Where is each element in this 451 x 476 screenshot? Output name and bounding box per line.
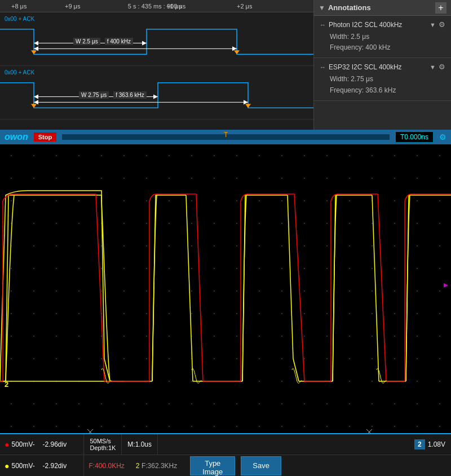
- logic-waveform-area: 5 s : 435 ms : 900 μs +8 μs +9 μs +1 μs …: [0, 0, 313, 130]
- annotation-name-1: Photon I2C SCL 400kHz: [329, 21, 430, 29]
- timebase-value: M:1.0us: [127, 440, 152, 448]
- annotation-item-2-header: ↔ ESP32 I2C SCL 400kHz ▼ ⚙: [320, 63, 445, 71]
- ch2-freq-label: 2 F:362.3KHz: [136, 462, 177, 470]
- channel-row-2: 0x00 + ACK W 2.75 μs f 363.6 kHz: [0, 66, 313, 120]
- svg-marker-6: [31, 50, 37, 54]
- annotation-item-2: ↔ ESP32 I2C SCL 400kHz ▼ ⚙ Width: 2.75 μ…: [314, 58, 451, 100]
- freq-row: F:400.0KHz 2 F:362.3KHz: [84, 455, 190, 476]
- depth-label: Depth:1K: [90, 444, 116, 451]
- svg-line-52: [378, 194, 386, 381]
- svg-marker-61: [444, 283, 448, 288]
- ch1-info: ● 500mV- -2.96div: [0, 434, 84, 455]
- svg-marker-7: [234, 50, 240, 54]
- time-label-1: +8 μs: [11, 3, 26, 10]
- svg-line-33: [372, 195, 379, 381]
- scope-brand: owon: [5, 132, 28, 142]
- ch1-voltage: 500mV-: [11, 440, 42, 448]
- scope-settings-icon[interactable]: ⚙: [439, 133, 446, 142]
- scope-canvas: 2: [0, 144, 451, 433]
- annotation-item-1-header: ↔ Photon I2C SCL 400kHz ▼ ⚙: [320, 20, 445, 29]
- annotation-gear-2[interactable]: ⚙: [439, 63, 445, 71]
- annotation-arrow-1: ↔: [320, 21, 326, 28]
- annotation-dropdown-1[interactable]: ▼: [430, 21, 436, 28]
- ch1-indicator: ●: [5, 440, 9, 449]
- annotation-dropdown-2[interactable]: ▼: [430, 64, 436, 70]
- time-header: 5 s : 435 ms : 900 μs +8 μs +9 μs +1 μs …: [0, 0, 313, 12]
- svg-line-44: [196, 194, 203, 381]
- trigger-t-marker: T: [224, 131, 228, 139]
- ch2-info: ● 500mV- -2.92div: [0, 455, 84, 476]
- ch2-dot: ●: [5, 461, 9, 470]
- scope-bottom-row1: ● 500mV- -2.96div 50MS/s Depth:1K M:1.0u…: [0, 434, 451, 455]
- channel-row-1: 0x00 + ACK W 2.5 μs f 400 kHz: [0, 12, 313, 66]
- annotation-arrow-2: ↔: [320, 64, 326, 70]
- save-button[interactable]: Save: [241, 456, 281, 475]
- scope-bottom-bar: ● 500mV- -2.96div 50MS/s Depth:1K M:1.0u…: [0, 433, 451, 476]
- type-image-line2: Image: [202, 468, 223, 476]
- ch2-div: -2.92div: [42, 462, 79, 470]
- ch2-num: 2: [136, 462, 140, 470]
- annotation-name-2: ESP32 I2C SCL 400kHz: [329, 63, 430, 71]
- svg-marker-14: [31, 104, 37, 108]
- type-image-line1: Type: [205, 459, 220, 468]
- oscilloscope-area: owon Stop T T0.000ns ⚙: [0, 130, 451, 476]
- annotation-panel: ▼ Annotations + ↔ Photon I2C SCL 400kHz …: [313, 0, 451, 130]
- annotation-item-1: ↔ Photon I2C SCL 400kHz ▼ ⚙ Width: 2.5 μ…: [314, 16, 451, 58]
- ch1-div: -2.96div: [42, 440, 79, 448]
- ch2-indicator: 2: [414, 439, 425, 449]
- svg-line-28: [288, 195, 293, 359]
- time-label-4: +2 μs: [237, 3, 252, 10]
- annotation-header-arrow: ▼: [319, 4, 325, 12]
- logic-analyzer-panel: 5 s : 435 ms : 900 μs +8 μs +9 μs +1 μs …: [0, 0, 451, 130]
- annotation-detail-2: Width: 2.75 μs Frequency: 363.6 kHz: [330, 74, 445, 95]
- annotation-width-2: Width: 2.75 μs: [330, 74, 445, 85]
- annotation-header-title: Annotations: [328, 3, 435, 12]
- ch2-voltage: 500mV-: [11, 462, 42, 470]
- scope-bottom-row2: ● 500mV- -2.92div F:400.0KHz 2 F:362.3KH…: [0, 455, 451, 476]
- scope-ch2-right: 2 1.08V: [409, 439, 451, 449]
- ch1-frequency: F:400.0KHz: [89, 462, 124, 470]
- annotation-gear-1[interactable]: ⚙: [439, 20, 445, 29]
- svg-line-24: [186, 195, 193, 381]
- scope-top-bar: owon Stop T T0.000ns ⚙: [0, 130, 451, 144]
- svg-text:2: 2: [5, 380, 8, 389]
- annotation-width-1: Width: 2.5 μs: [330, 32, 445, 42]
- svg-marker-15: [245, 104, 251, 108]
- scope-timebase: M:1.0us: [122, 434, 158, 455]
- time-label-2: +9 μs: [65, 3, 80, 10]
- svg-line-48: [294, 194, 304, 381]
- scope-waveform-svg: 2: [0, 144, 451, 433]
- sample-rate: 50MS/s: [90, 438, 116, 444]
- ch2-right-value: 1.08V: [428, 440, 445, 448]
- time-label-3: +1 μs: [166, 3, 182, 10]
- annotation-header: ▼ Annotations +: [314, 0, 451, 16]
- annotation-add-button[interactable]: +: [435, 2, 446, 14]
- annotation-freq-2: Frequency: 363.6 kHz: [330, 85, 445, 96]
- annotation-freq-1: Frequency: 400 kHz: [330, 42, 445, 53]
- annotation-detail-1: Width: 2.5 μs Frequency: 400 kHz: [330, 32, 445, 53]
- scope-time-display: T0.000ns: [395, 131, 434, 143]
- scope-sample-info: 50MS/s Depth:1K: [84, 434, 122, 455]
- scope-stop-button[interactable]: Stop: [34, 133, 56, 142]
- type-image-button[interactable]: Type Image: [190, 456, 235, 475]
- ch2-frequency: F:362.3KHz: [142, 462, 177, 470]
- scope-trigger-bar: T: [62, 134, 390, 140]
